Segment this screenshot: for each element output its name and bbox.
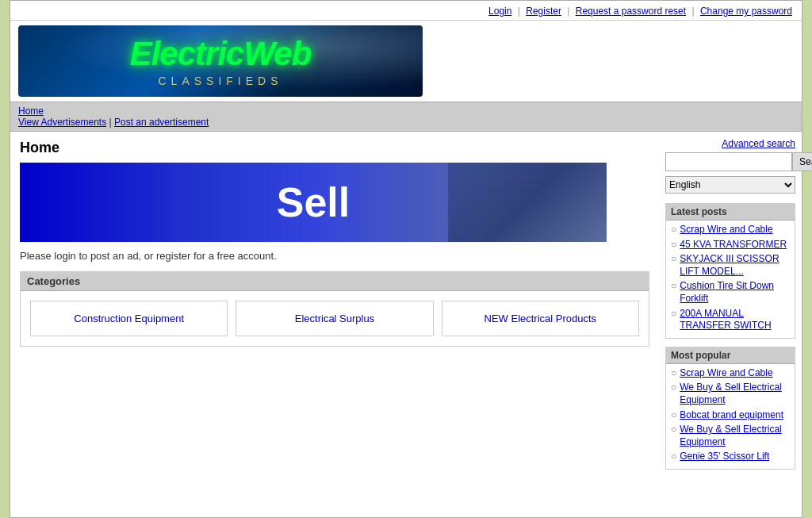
category-item-new-electrical[interactable]: NEW Electrical Products	[442, 301, 639, 336]
category-link-construction[interactable]: Construction Equipment	[74, 313, 184, 324]
categories-section: Categories Construction Equipment Electr…	[20, 271, 649, 347]
nav-view-ads-link[interactable]: View Advertisements	[18, 117, 106, 128]
bullet-icon: ○	[671, 367, 676, 378]
bullet-icon: ○	[671, 424, 676, 435]
hero-text: Sell	[277, 178, 350, 226]
list-item: ○ Genie 35' Scissor Lift	[671, 451, 790, 463]
advanced-search-anchor[interactable]: Advanced search	[722, 138, 795, 149]
search-input[interactable]	[665, 152, 792, 171]
change-password-link[interactable]: Change my password	[700, 6, 792, 17]
breadcrumb: Home View Advertisements | Post an adver…	[10, 102, 802, 132]
bullet-icon: ○	[671, 451, 676, 462]
logo-area: ElectricWeb CLASSIFIEDS	[10, 21, 802, 102]
register-link[interactable]: Register	[526, 6, 561, 17]
latest-posts-section: Latest posts ○ Scrap Wire and Cable ○ 45…	[665, 203, 795, 339]
list-item: ○ Scrap Wire and Cable	[671, 367, 790, 380]
most-popular-section: Most popular ○ Scrap Wire and Cable ○ We…	[665, 347, 795, 470]
list-item: ○ We Buy & Sell Electrical Equipment	[671, 382, 790, 406]
bullet-icon: ○	[671, 382, 676, 393]
list-item: ○ SKYJACK III SCISSOR LIFT MODEL...	[671, 253, 790, 278]
logo-classifieds-text: CLASSIFIEDS	[158, 75, 282, 87]
category-link-new-electrical[interactable]: NEW Electrical Products	[485, 313, 597, 324]
bullet-icon: ○	[671, 239, 676, 250]
categories-grid: Construction Equipment Electrical Surplu…	[21, 291, 649, 346]
logo-electric-text: ElectricWeb	[130, 35, 312, 73]
auth-bar: Login | Register | Request a password re…	[10, 1, 802, 21]
popular-post-link-4[interactable]: We Buy & Sell Electrical Equipment	[680, 424, 790, 448]
categories-header: Categories	[21, 272, 649, 291]
list-item: ○ Bobcat brand equipment	[671, 409, 790, 422]
left-content: Home Sell Please login to post an ad, or…	[10, 132, 659, 484]
latest-post-link-3[interactable]: SKYJACK III SCISSOR LIFT MODEL...	[680, 253, 790, 278]
right-sidebar: Advanced search Search English Latest po…	[659, 132, 802, 484]
category-link-electrical-surplus[interactable]: Electrical Surplus	[295, 313, 374, 324]
language-select[interactable]: English	[665, 176, 795, 194]
popular-post-link-5[interactable]: Genie 35' Scissor Lift	[680, 451, 769, 463]
latest-post-link-5[interactable]: 200A MANUAL TRANSFER SWITCH	[680, 308, 790, 332]
list-item: ○ 45 KVA TRANSFORMER	[671, 239, 790, 251]
list-item: ○ 200A MANUAL TRANSFER SWITCH	[671, 308, 790, 332]
logo-box: ElectricWeb CLASSIFIEDS	[18, 25, 423, 97]
popular-post-link-2[interactable]: We Buy & Sell Electrical Equipment	[680, 382, 790, 406]
list-item: ○ Cushion Tire Sit Down Forklift	[671, 280, 790, 305]
popular-post-link-3[interactable]: Bobcat brand equipment	[680, 409, 783, 422]
most-popular-body: ○ Scrap Wire and Cable ○ We Buy & Sell E…	[666, 364, 795, 469]
bullet-icon: ○	[671, 224, 676, 235]
hero-banner: Sell	[20, 163, 607, 242]
nav-post-ad-link[interactable]: Post an advertisement	[114, 117, 209, 128]
popular-post-link-1[interactable]: Scrap Wire and Cable	[680, 367, 772, 380]
search-button[interactable]: Search	[792, 152, 812, 171]
search-box-area: Search	[665, 152, 795, 171]
bullet-icon: ○	[671, 280, 676, 291]
bullet-icon: ○	[671, 253, 676, 264]
reset-password-link[interactable]: Request a password reset	[576, 6, 686, 17]
latest-post-link-2[interactable]: 45 KVA TRANSFORMER	[680, 239, 787, 251]
list-item: ○ Scrap Wire and Cable	[671, 224, 790, 236]
list-item: ○ We Buy & Sell Electrical Equipment	[671, 424, 790, 448]
latest-post-link-4[interactable]: Cushion Tire Sit Down Forklift	[680, 280, 790, 305]
bullet-icon: ○	[671, 308, 676, 319]
nav-home-link[interactable]: Home	[18, 106, 44, 117]
login-notice: Please login to post an ad, or register …	[20, 250, 649, 262]
most-popular-header: Most popular	[666, 347, 795, 364]
category-item-electrical-surplus[interactable]: Electrical Surplus	[236, 301, 433, 336]
latest-posts-header: Latest posts	[666, 204, 795, 221]
bullet-icon: ○	[671, 409, 676, 420]
main-layout: Home Sell Please login to post an ad, or…	[10, 132, 802, 484]
category-item-construction[interactable]: Construction Equipment	[30, 301, 228, 336]
latest-posts-body: ○ Scrap Wire and Cable ○ 45 KVA TRANSFOR…	[666, 221, 795, 338]
login-link[interactable]: Login	[488, 6, 511, 17]
latest-post-link-1[interactable]: Scrap Wire and Cable	[680, 224, 772, 236]
advanced-search-link: Advanced search	[665, 138, 795, 149]
page-title: Home	[20, 140, 649, 156]
